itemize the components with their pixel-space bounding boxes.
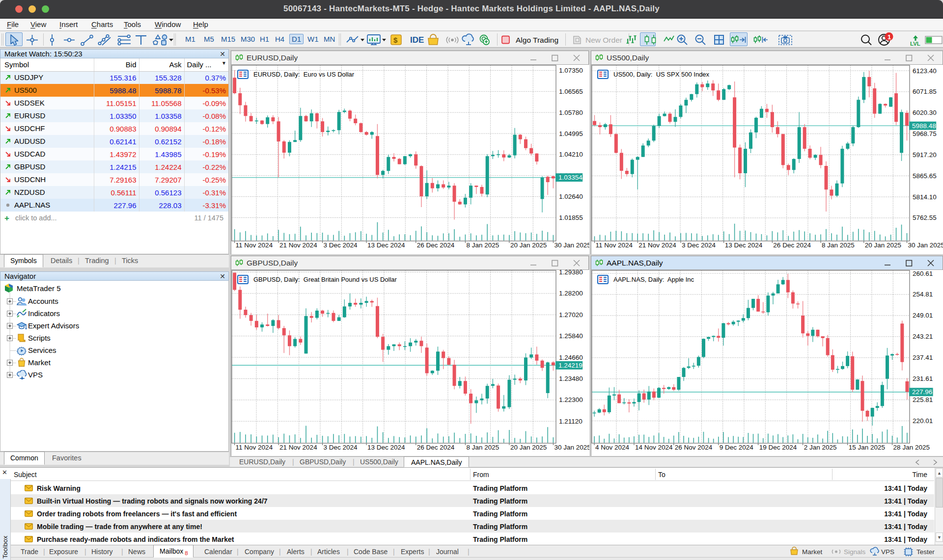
svg-text:1.02640: 1.02640 [559, 193, 583, 200]
svg-text:5988.48: 5988.48 [912, 122, 936, 130]
svg-text:VPS: VPS [881, 548, 894, 556]
svg-text:15 Jan 2025: 15 Jan 2025 [849, 444, 885, 451]
svg-text:26 Dec 2024: 26 Dec 2024 [417, 241, 455, 249]
svg-text:8 Jan 2025: 8 Jan 2025 [822, 241, 855, 249]
svg-text:20 Jan 2025: 20 Jan 2025 [510, 444, 547, 451]
svg-text:Market: Market [802, 548, 823, 556]
svg-text:14 Nov 2024: 14 Nov 2024 [635, 444, 673, 451]
svg-text:2 Jan 2025: 2 Jan 2025 [804, 444, 837, 451]
svg-text:1.05780: 1.05780 [559, 109, 583, 116]
svg-text:249.01: 249.01 [913, 312, 933, 319]
svg-text:243.21: 243.21 [913, 333, 933, 340]
svg-text:20 Jan 2025: 20 Jan 2025 [510, 241, 547, 249]
svg-text:30 Jan 2025: 30 Jan 2025 [554, 241, 589, 249]
svg-text:21 Nov 2024: 21 Nov 2024 [279, 444, 317, 451]
svg-text:225.81: 225.81 [913, 396, 933, 403]
svg-text:1.29380: 1.29380 [559, 270, 583, 276]
svg-text:6020.30: 6020.30 [913, 109, 937, 116]
svg-text:$: $ [393, 36, 398, 44]
svg-text:21 Nov 2024: 21 Nov 2024 [638, 241, 676, 249]
svg-text:11 Nov 2024: 11 Nov 2024 [236, 444, 273, 451]
svg-text:237.41: 237.41 [913, 354, 933, 361]
svg-text:5762.55: 5762.55 [913, 214, 937, 221]
svg-text:3 Dec 2024: 3 Dec 2024 [682, 241, 716, 249]
svg-text:30 Jan 2025: 30 Jan 2025 [908, 241, 943, 249]
svg-text:21 Nov 2024: 21 Nov 2024 [279, 241, 317, 249]
svg-text:26 Nov 2024: 26 Nov 2024 [675, 444, 713, 451]
svg-text:1.24219: 1.24219 [558, 362, 582, 369]
svg-text:3 Dec 2024: 3 Dec 2024 [324, 241, 358, 249]
svg-text:20 Jan 2025: 20 Jan 2025 [865, 241, 901, 249]
svg-text:1.01855: 1.01855 [559, 214, 583, 221]
svg-text:1.06565: 1.06565 [559, 88, 583, 95]
svg-text:9 Dec 2024: 9 Dec 2024 [720, 444, 754, 451]
svg-text:US500, Daily: US SPX 500 Inde: US500, Daily: US SPX 500 Index [613, 71, 710, 78]
svg-text:11 Nov 2024: 11 Nov 2024 [236, 241, 273, 249]
svg-text:Tester: Tester [916, 548, 935, 556]
svg-text:28 Jan 2025: 28 Jan 2025 [893, 444, 930, 451]
svg-text:231.61: 231.61 [913, 375, 933, 382]
svg-text:260.61: 260.61 [913, 270, 933, 277]
svg-text:30 Jan 2025: 30 Jan 2025 [554, 444, 589, 451]
svg-text:MetaTrader 5: MetaTrader 5 [17, 284, 60, 293]
svg-text:13 Dec 2024: 13 Dec 2024 [725, 241, 763, 249]
svg-text:1.28200: 1.28200 [559, 290, 583, 297]
svg-text:220.01: 220.01 [913, 417, 933, 425]
svg-text:26 Dec 2024: 26 Dec 2024 [417, 444, 455, 451]
svg-text:EURUSD, Daily: Euro vs US Dol: EURUSD, Daily: Euro vs US Dollar [253, 71, 355, 78]
svg-text:Algo Trading: Algo Trading [516, 36, 558, 44]
svg-text:5968.75: 5968.75 [913, 130, 937, 137]
svg-text:5917.20: 5917.20 [913, 151, 937, 159]
svg-text:4 Nov 2024: 4 Nov 2024 [595, 444, 630, 451]
svg-text:1.04995: 1.04995 [559, 130, 583, 137]
svg-text:Signals: Signals [844, 548, 866, 556]
svg-text:1.22300: 1.22300 [559, 396, 583, 403]
svg-text:1.07350: 1.07350 [559, 67, 583, 74]
svg-text:8 Jan 2025: 8 Jan 2025 [466, 444, 499, 451]
svg-text:254.81: 254.81 [913, 291, 933, 298]
svg-text:1.04210: 1.04210 [559, 151, 583, 158]
svg-text:1.23480: 1.23480 [559, 375, 583, 382]
svg-text:AAPL.NAS, Daily: Apple Inc: AAPL.NAS, Daily: Apple Inc [613, 276, 694, 283]
svg-text:5814.10: 5814.10 [913, 193, 937, 201]
svg-text:26 Dec 2024: 26 Dec 2024 [773, 241, 811, 249]
svg-text:19 Dec 2024: 19 Dec 2024 [759, 444, 797, 451]
svg-text:1.21120: 1.21120 [559, 418, 582, 425]
svg-text:13 Dec 2024: 13 Dec 2024 [367, 444, 405, 451]
svg-text:IDE: IDE [410, 35, 424, 45]
svg-text:1.24660: 1.24660 [559, 354, 583, 361]
svg-text:6123.40: 6123.40 [913, 67, 937, 75]
svg-text:1.25840: 1.25840 [559, 332, 583, 340]
svg-text:11 Nov 2024: 11 Nov 2024 [595, 241, 633, 249]
svg-text:GBPUSD, Daily: Great Britain: GBPUSD, Daily: Great Britain Pound vs US… [253, 276, 397, 283]
svg-text:New Order: New Order [585, 36, 622, 44]
svg-text:3 Dec 2024: 3 Dec 2024 [324, 444, 358, 451]
svg-text:227.96: 227.96 [912, 388, 932, 396]
svg-text:1.03354: 1.03354 [558, 174, 582, 181]
svg-text:6071.85: 6071.85 [913, 88, 937, 95]
svg-text:LVL: LVL [910, 41, 920, 47]
svg-text:1: 1 [888, 33, 891, 41]
svg-text:1.27020: 1.27020 [559, 311, 583, 319]
svg-text:8 Jan 2025: 8 Jan 2025 [466, 241, 499, 249]
svg-text:13 Dec 2024: 13 Dec 2024 [367, 241, 405, 249]
svg-text:5865.65: 5865.65 [913, 172, 937, 180]
